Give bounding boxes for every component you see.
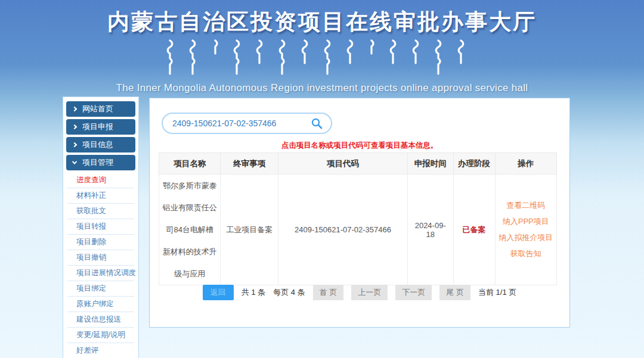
sidebar-item-label: 项目管理 xyxy=(82,157,113,168)
total-count-text: 共 1 条 xyxy=(242,287,265,298)
sidebar-subitem-material-correction[interactable]: 材料补正 xyxy=(67,188,134,204)
sidebar-item-project-declare[interactable]: 项目申报 xyxy=(66,119,135,135)
col-header-final-matter: 终审事项 xyxy=(221,153,278,175)
search-input[interactable] xyxy=(163,119,311,128)
per-page-text: 每页 4 条 xyxy=(273,287,305,298)
sidebar-item-project-info[interactable]: 项目信息 xyxy=(66,137,135,152)
col-header-project-name: 项目名称 xyxy=(159,153,221,175)
project-table: 项目名称 终审事项 项目代码 申报时间 办理阶段 操作 鄂尔多斯市蒙泰铝业有限责… xyxy=(159,152,557,285)
sidebar-item-label: 项目信息 xyxy=(82,139,113,150)
sidebar-subitem-project-bind[interactable]: 项目绑定 xyxy=(67,281,134,297)
chevron-right-icon xyxy=(72,107,77,111)
page-header: 内蒙古自治区投资项目在线审批办事大厅 The Inner Mongolia Au… xyxy=(0,0,644,94)
click-hint-text: 点击项目名称或项目代码可查看项目基本信息。 xyxy=(150,141,569,151)
sidebar-subitem-project-delete[interactable]: 项目删除 xyxy=(67,235,134,250)
sidebar-subitem-rating[interactable]: 好差评 xyxy=(67,343,134,358)
first-page-button[interactable]: 首 页 xyxy=(313,285,344,300)
sidebar-nav: 网站首页 项目申报 项目信息 项目管理 进度查询 材料补正 获取批文 项目转报 … xyxy=(63,96,139,358)
next-page-button[interactable]: 下一页 xyxy=(395,285,432,300)
operations-cell: 查看二维码 纳入PPP项目 纳入拟推介项目 获取告知 xyxy=(495,175,556,285)
add-ppp-project-link[interactable]: 纳入PPP项目 xyxy=(499,216,553,227)
sidebar-item-home[interactable]: 网站首页 xyxy=(66,101,135,117)
col-header-project-code: 项目代码 xyxy=(278,153,408,175)
search-icon[interactable] xyxy=(311,117,331,129)
sidebar-subitem-project-revoke[interactable]: 项目撤销 xyxy=(67,250,134,266)
sidebar-item-label: 网站首页 xyxy=(82,104,113,114)
col-header-operations: 操作 xyxy=(495,153,556,175)
pagination-bar: 返回 共 1 条 每页 4 条 首 页 上一页 下一页 尾 页 当前 1/1 页 xyxy=(150,285,569,300)
mongolian-script xyxy=(0,39,644,79)
sidebar-subitem-get-approval[interactable]: 获取批文 xyxy=(67,204,134,219)
sidebar-item-label: 项目申报 xyxy=(82,122,113,132)
sidebar-item-project-manage[interactable]: 项目管理 xyxy=(66,155,135,170)
project-code-link[interactable]: 2409-150621-07-02-357466 xyxy=(278,175,408,285)
chevron-down-icon xyxy=(72,159,77,164)
add-promote-project-link[interactable]: 纳入拟推介项目 xyxy=(499,232,553,243)
sidebar-subitem-progress-query[interactable]: 进度查询 xyxy=(67,173,134,188)
sidebar-subitem-change-delay[interactable]: 变更/延期/说明 xyxy=(67,328,134,343)
chevron-right-icon xyxy=(72,142,77,147)
view-qrcode-link[interactable]: 查看二维码 xyxy=(499,200,553,211)
site-title-chinese: 内蒙古自治区投资项目在线审批办事大厅 xyxy=(0,7,644,37)
sidebar-subitem-progress-schedule[interactable]: 项目进展情况调度 xyxy=(67,266,134,281)
get-notice-link[interactable]: 获取告知 xyxy=(499,248,553,259)
declare-date-cell: 2024-09-18 xyxy=(407,175,453,285)
stage-badge: 已备案 xyxy=(453,175,495,285)
main-content-panel: 点击项目名称或项目代码可查看项目基本信息。 项目名称 终审事项 项目代码 申报时… xyxy=(149,98,570,328)
current-page-text: 当前 1/1 页 xyxy=(478,287,516,298)
final-matter-cell: 工业项目备案 xyxy=(221,175,278,285)
sidebar-subitem-original-account-bind[interactable]: 原账户绑定 xyxy=(67,297,134,312)
col-header-declare-time: 申报时间 xyxy=(407,153,453,175)
sidebar-subitem-construction-info[interactable]: 建设信息报送 xyxy=(67,312,134,328)
table-header-row: 项目名称 终审事项 项目代码 申报时间 办理阶段 操作 xyxy=(159,153,557,175)
sidebar-submenu: 进度查询 材料补正 获取批文 项目转报 项目删除 项目撤销 项目进展情况调度 项… xyxy=(67,173,134,358)
sidebar-subitem-project-transfer[interactable]: 项目转报 xyxy=(67,219,134,235)
chevron-right-icon xyxy=(72,124,77,129)
project-search-box xyxy=(162,113,332,134)
prev-page-button[interactable]: 上一页 xyxy=(351,285,388,300)
project-name-link[interactable]: 鄂尔多斯市蒙泰铝业有限责任公司84台电解槽新材料的技术升级与应用 xyxy=(159,175,221,285)
table-row: 鄂尔多斯市蒙泰铝业有限责任公司84台电解槽新材料的技术升级与应用 工业项目备案 … xyxy=(159,175,557,285)
site-subtitle-english: The Inner Mongolia Autonomous Region inv… xyxy=(0,82,644,94)
back-button[interactable]: 返回 xyxy=(203,285,234,300)
col-header-stage: 办理阶段 xyxy=(453,153,495,175)
last-page-button[interactable]: 尾 页 xyxy=(439,285,470,300)
